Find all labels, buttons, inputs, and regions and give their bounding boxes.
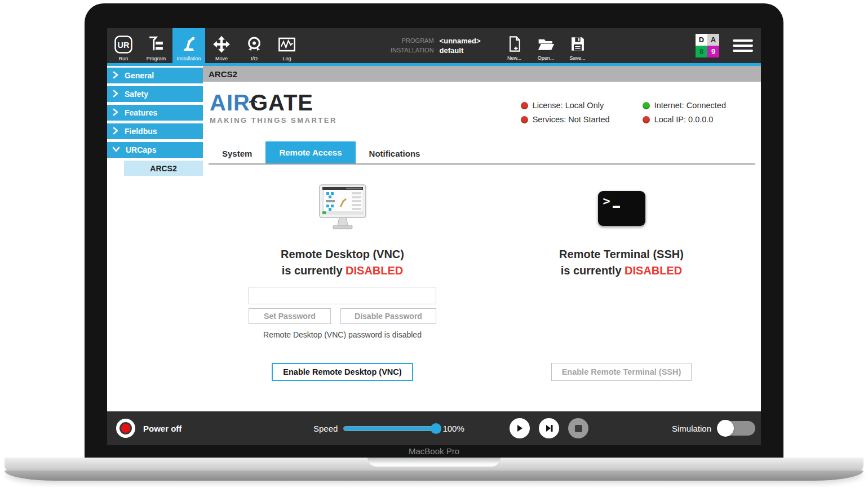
sidebar-item-label: Features (125, 108, 157, 117)
installation-label: INSTALLATION (391, 46, 434, 55)
step-button[interactable] (539, 418, 559, 438)
stop-button[interactable] (568, 418, 588, 438)
tab-log[interactable]: Log (271, 28, 303, 63)
power-indicator-icon (119, 422, 132, 434)
enable-ssh-button[interactable]: Enable Remote Terminal (SSH) (551, 363, 692, 381)
installation-sidebar: General Safety Features Fieldbus (107, 66, 203, 411)
badge-cell-d: D (696, 34, 707, 46)
tab-notifications[interactable]: Notifications (356, 144, 434, 163)
badge-cell-a: A (707, 34, 719, 46)
sidebar-subitem-label: ARCS2 (150, 164, 176, 173)
sidebar-item-label: Fieldbus (125, 127, 157, 136)
brand-name-air: AIR (210, 90, 250, 115)
simulation-toggle[interactable] (718, 421, 755, 436)
tab-program[interactable]: Program (140, 28, 172, 63)
disable-password-button[interactable]: Disable Password (340, 308, 436, 324)
ssh-status-line: is currently DISABLED (561, 264, 683, 277)
new-button[interactable]: New... (507, 36, 522, 61)
robot-arm-icon (179, 34, 199, 55)
power-off-button[interactable] (116, 419, 135, 438)
sidebar-item-fieldbus[interactable]: Fieldbus (107, 123, 203, 139)
status-indicators: License: Local Only Internet: Connected … (521, 101, 726, 124)
file-actions: New... Open... Save... (507, 28, 586, 63)
tab-notifications-label: Notifications (369, 149, 420, 158)
status-license-label: License: Local Only (533, 101, 604, 110)
hamburger-menu-icon[interactable] (733, 37, 753, 55)
new-button-label: New... (507, 55, 521, 61)
chevron-down-icon (112, 145, 120, 154)
speed-slider[interactable] (343, 426, 437, 431)
tab-run-label: Run (119, 56, 129, 61)
io-icon (244, 34, 264, 55)
status-local-ip-label: Local IP: 0.0.0.0 (654, 115, 714, 124)
ssh-section: > Remote Terminal (SSH) is currently DIS… (482, 184, 761, 381)
power-off-label: Power off (143, 424, 181, 433)
tab-remote-access-label: Remote Access (279, 148, 342, 157)
play-button[interactable] (510, 418, 530, 438)
terminal-icon: > (598, 191, 645, 226)
sidebar-subitem-arcs2[interactable]: ARCS2 (124, 161, 203, 176)
vnc-status-prefix: is currently (282, 264, 346, 277)
vnc-section: Remote Desktop (VNC) is currently DISABL… (203, 184, 482, 381)
open-button[interactable]: Open... (537, 36, 555, 61)
sidebar-item-features[interactable]: Features (107, 105, 203, 121)
speed-slider-knob[interactable] (431, 423, 441, 434)
sidebar-item-urcaps[interactable]: URCaps (107, 142, 203, 158)
badge-cell-9: 9 (707, 46, 719, 57)
vnc-password-note: Remote Desktop (VNC) password is disable… (263, 330, 422, 339)
status-services: Services: Not Started (521, 115, 610, 124)
tab-system[interactable]: System (209, 144, 265, 163)
ssh-title: Remote Terminal (SSH) (559, 248, 684, 261)
chevron-right-icon (112, 127, 119, 136)
move-arrows-icon (211, 34, 232, 55)
play-icon (515, 424, 524, 433)
ssh-status-word: DISABLED (625, 264, 682, 277)
laptop-frame: UR Run Program Installation (0, 0, 868, 488)
tab-installation[interactable]: Installation (172, 28, 205, 63)
log-waveform-icon (277, 34, 297, 55)
save-button[interactable]: Save... (570, 36, 586, 61)
ssh-status-prefix: is currently (561, 264, 625, 277)
tab-system-label: System (222, 149, 252, 158)
tab-io[interactable]: I/O (238, 28, 271, 63)
laptop-base-notch (367, 458, 501, 467)
status-internet: Internet: Connected (643, 101, 726, 110)
status-internet-label: Internet: Connected (654, 101, 726, 110)
bottom-bar: Power off Speed 100% (107, 411, 761, 445)
sidebar-item-label: Safety (125, 90, 148, 99)
tab-run[interactable]: UR Run (107, 28, 140, 63)
urcap-tabs: System Remote Access Notifications (209, 141, 755, 165)
enable-vnc-button[interactable]: Enable Remote Desktop (VNC) (272, 363, 413, 381)
status-dot-red-icon (521, 102, 528, 109)
skip-forward-icon (544, 424, 554, 433)
installation-value: default (440, 46, 481, 55)
urcap-panel: AIRGATE MAKING THINGS SMARTER License: L… (203, 82, 761, 411)
sidebar-item-general[interactable]: General (107, 68, 203, 83)
sidebar-item-safety[interactable]: Safety (107, 86, 203, 102)
status-license: License: Local Only (521, 101, 610, 110)
wifi-icon (247, 86, 259, 110)
simulation-toggle-knob[interactable] (717, 420, 734, 437)
top-toolbar: UR Run Program Installation (107, 28, 761, 63)
polyscope-screen: UR Run Program Installation (107, 28, 761, 445)
vnc-password-input[interactable] (249, 287, 436, 304)
tab-remote-access[interactable]: Remote Access (265, 141, 355, 163)
set-password-button[interactable]: Set Password (249, 308, 331, 324)
speed-label: Speed (313, 424, 338, 433)
tab-installation-label: Installation (176, 56, 201, 61)
ur-logo-icon: UR (113, 34, 134, 55)
status-local-ip: Local IP: 0.0.0.0 (643, 115, 726, 124)
screen-bezel: UR Run Program Installation (85, 3, 783, 458)
badge-cell-8: 8 (696, 46, 707, 57)
program-tree-icon (146, 34, 166, 55)
tab-move[interactable]: Move (205, 28, 238, 63)
urcap-status-badge[interactable]: D A 8 9 (696, 34, 719, 57)
vnc-status-word: DISABLED (346, 264, 403, 277)
page-title-bar: ARCS2 (203, 66, 761, 82)
open-folder-icon (537, 36, 555, 55)
chevron-right-icon (112, 108, 119, 118)
program-value: <unnamed> (440, 36, 481, 46)
tab-program-label: Program (147, 56, 166, 61)
program-info: PROGRAM INSTALLATION <unnamed> default (391, 28, 481, 63)
save-button-label: Save... (570, 55, 586, 61)
